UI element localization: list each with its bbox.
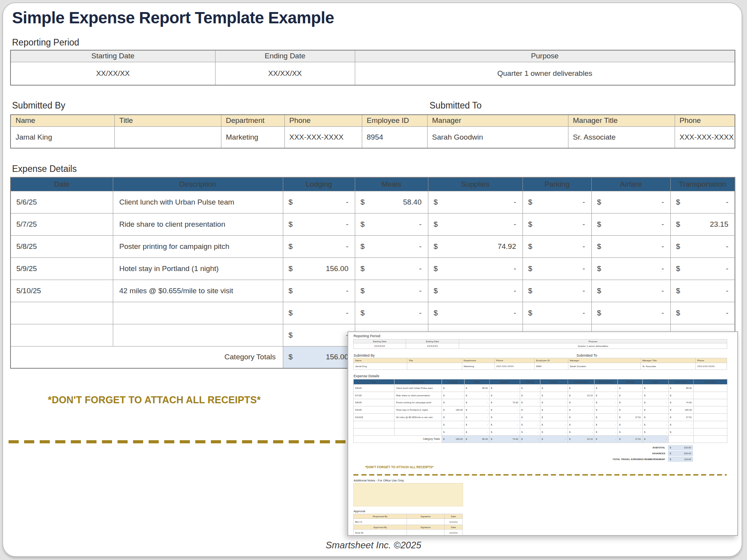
amount-wrap: $74.92: [489, 401, 520, 404]
amount-cell: $-: [568, 384, 594, 392]
amount-value: -: [592, 416, 593, 418]
amount-wrap: $-: [643, 416, 668, 418]
amount-cell: $-: [355, 213, 428, 235]
currency-symbol: $: [521, 401, 523, 404]
amount-value: -: [640, 430, 641, 433]
lodging-header: Lodging: [283, 177, 355, 191]
currency-symbol: $: [361, 198, 365, 206]
amount-value: -: [419, 309, 421, 317]
column-header: Other: [643, 379, 669, 384]
amount-wrap: $156.00: [283, 264, 355, 273]
reporting-period-header-row: Starting Date Ending Date Purpose: [11, 50, 735, 62]
amount-value: -: [538, 416, 538, 418]
receipts-note: *DON'T FORGET TO ATTACH ALL RECEIPTS*: [48, 394, 261, 406]
amount-cell: $-: [668, 392, 693, 399]
amount-value: -: [640, 409, 641, 411]
amount-cell: $74.92: [489, 399, 520, 406]
amount-wrap: $-: [643, 424, 668, 426]
currency-symbol: $: [670, 424, 671, 426]
page-title: Simple Expense Report Template Example: [12, 9, 334, 27]
amount-wrap: $74.92: [428, 242, 523, 251]
currency-symbol: $: [597, 264, 601, 273]
amount-cell: $-: [428, 257, 523, 280]
amount-cell: $-: [618, 406, 643, 414]
amount-cell: $-: [464, 421, 489, 428]
amount-cell: $-: [594, 421, 618, 428]
amount-cell: $-: [568, 399, 594, 406]
expense-header-row: Date Description Lodging Meals Supplies …: [11, 177, 735, 191]
expense-comment: [693, 384, 727, 392]
currency-symbol: $: [596, 438, 597, 440]
currency-symbol: $: [542, 438, 543, 440]
name-value: Jamal King: [11, 126, 114, 148]
amount-wrap: $-: [568, 401, 594, 404]
inset-expense-row: $-$-$-$-$-$-$-$-$-$-: [353, 428, 727, 436]
currency-symbol: $: [670, 430, 671, 433]
amount-value: -: [582, 198, 585, 206]
currency-symbol: $: [542, 409, 543, 411]
currency-symbol: $: [466, 409, 467, 411]
amount-value: -: [346, 309, 348, 317]
amount-value: 23.15: [587, 438, 593, 440]
amount-cell: $-: [643, 384, 669, 392]
amount-value: 74.92: [686, 401, 692, 404]
currency-symbol: $: [597, 287, 601, 295]
amount-cell: $-: [283, 191, 355, 213]
amount-value: -: [487, 430, 488, 433]
amount-cell: $-: [464, 428, 489, 436]
currency-symbol: $: [466, 430, 467, 433]
currency-symbol: $: [491, 438, 492, 440]
currency-symbol: $: [676, 242, 680, 251]
amount-value: -: [726, 309, 728, 317]
amount-cell: $-: [283, 235, 355, 257]
amount-wrap: $-: [465, 394, 489, 397]
amount-cell: $-: [643, 399, 669, 406]
amount-value: -: [666, 438, 667, 440]
expense-date: 5/8/25: [353, 399, 394, 406]
amount-value: 58.40: [403, 198, 422, 206]
currency-symbol: $: [596, 387, 597, 389]
phone-header: Phone: [494, 358, 535, 363]
amount-cell: $58.40: [464, 436, 489, 443]
amount-value: -: [582, 220, 585, 229]
amount-cell: $-: [668, 421, 693, 428]
currency-symbol: $: [361, 220, 365, 229]
currency-symbol: $: [443, 430, 444, 433]
amount-wrap: $-: [592, 264, 670, 273]
amount-cell: $156.00: [442, 436, 465, 443]
amount-wrap: $-: [643, 394, 668, 397]
currency-symbol: $: [597, 198, 601, 206]
name-value: Jamal King: [353, 363, 407, 369]
amount-cell: $74.92: [668, 399, 693, 406]
approval-value-row: Bert G.xx/xx/xx: [353, 519, 462, 525]
expense-comment: [693, 406, 727, 414]
inset-expense-row: 5/7/25Ride share to client presentation$…: [353, 392, 727, 399]
currency-symbol: $: [569, 394, 570, 397]
amount-wrap: $-: [442, 401, 464, 404]
amount-value: -: [514, 309, 516, 317]
amount-cell: $-: [464, 406, 489, 414]
expense-description: Poster printing for campaign pitch: [395, 399, 442, 406]
column-header: Supplies: [489, 379, 520, 384]
template-preview-inset: Reporting Period Starting Date Ending Da…: [347, 331, 738, 536]
amount-value: -: [514, 220, 516, 229]
approval-cell: Requested By: [353, 514, 407, 519]
currency-symbol: $: [289, 220, 293, 229]
amount-value: -: [582, 287, 585, 295]
currency-symbol: $: [619, 430, 620, 433]
amount-wrap: $-: [355, 242, 428, 251]
department-header: Department: [462, 358, 494, 363]
starting-date-value: XX/XX/XX: [353, 343, 406, 349]
amount-cell: $-: [464, 414, 489, 421]
amount-wrap: $-: [618, 430, 643, 433]
currency-symbol: $: [434, 264, 438, 273]
currency-symbol: $: [569, 387, 570, 389]
amount-wrap: $-: [428, 309, 523, 317]
amount-wrap: $-: [465, 401, 489, 404]
amount-value: -: [538, 387, 538, 389]
summary-label: SUBTOTAL: [652, 446, 665, 449]
amount-value: -: [661, 287, 664, 295]
submitted-table: Name Title Department Phone Employee ID …: [10, 114, 735, 149]
amount-wrap: $-: [594, 424, 617, 426]
amount-value: 27.51: [686, 416, 692, 418]
